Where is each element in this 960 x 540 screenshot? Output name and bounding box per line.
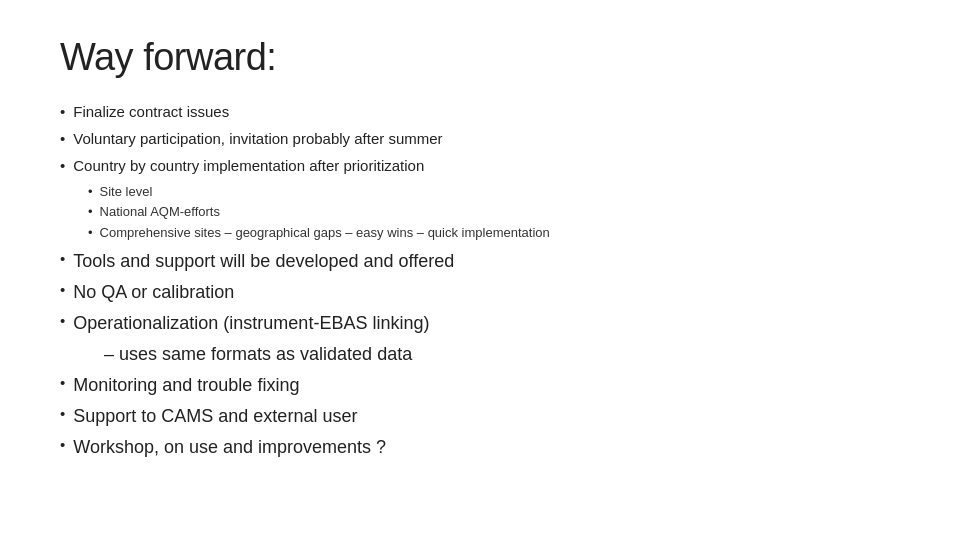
sub-bullet-group: • Site level • National AQM-efforts • Co…	[88, 183, 900, 244]
list-item: • Support to CAMS and external user	[60, 403, 900, 429]
bullet-icon: •	[60, 403, 65, 425]
bullet-text: Country by country implementation after …	[73, 155, 900, 177]
bullet-text: Site level	[100, 183, 153, 201]
bullet-text: National AQM-efforts	[100, 203, 220, 221]
bullet-icon: •	[60, 372, 65, 394]
bullet-icon: •	[60, 279, 65, 301]
slide-title: Way forward:	[60, 36, 900, 79]
list-item: • Tools and support will be developed an…	[60, 248, 900, 274]
list-item: • Voluntary participation, invitation pr…	[60, 128, 900, 150]
list-item: • Workshop, on use and improvements ?	[60, 434, 900, 460]
slide: Way forward: • Finalize contract issues …	[0, 0, 960, 540]
bullet-text: Workshop, on use and improvements ?	[73, 434, 900, 460]
bullet-icon: •	[88, 203, 93, 221]
content-area: • Finalize contract issues • Voluntary p…	[60, 101, 900, 465]
bullet-text: No QA or calibration	[73, 279, 900, 305]
bullet-icon: •	[88, 183, 93, 201]
list-item: • Monitoring and trouble fixing	[60, 372, 900, 398]
bullet-text: Comprehensive sites – geographical gaps …	[100, 224, 550, 242]
list-item: • No QA or calibration	[60, 279, 900, 305]
bullet-icon: •	[60, 101, 65, 123]
bullet-icon: •	[60, 155, 65, 177]
bullet-text: Monitoring and trouble fixing	[73, 372, 900, 398]
bullet-text: Finalize contract issues	[73, 101, 900, 123]
bullet-text: Operationalization (instrument-EBAS link…	[73, 310, 900, 336]
list-item: • National AQM-efforts	[88, 203, 900, 221]
list-item: • Finalize contract issues	[60, 101, 900, 123]
bullet-text: Tools and support will be developed and …	[73, 248, 900, 274]
bullet-icon: •	[88, 224, 93, 242]
bullet-text: Voluntary participation, invitation prob…	[73, 128, 900, 150]
list-item: • Country by country implementation afte…	[60, 155, 900, 177]
list-item: • Comprehensive sites – geographical gap…	[88, 224, 900, 242]
list-item: • Site level	[88, 183, 900, 201]
bullet-icon: •	[60, 434, 65, 456]
bullet-icon: •	[60, 248, 65, 270]
indent-text: – uses same formats as validated data	[104, 341, 900, 367]
bullet-text: Support to CAMS and external user	[73, 403, 900, 429]
list-item: • Operationalization (instrument-EBAS li…	[60, 310, 900, 336]
bullet-icon: •	[60, 128, 65, 150]
bullet-icon: •	[60, 310, 65, 332]
